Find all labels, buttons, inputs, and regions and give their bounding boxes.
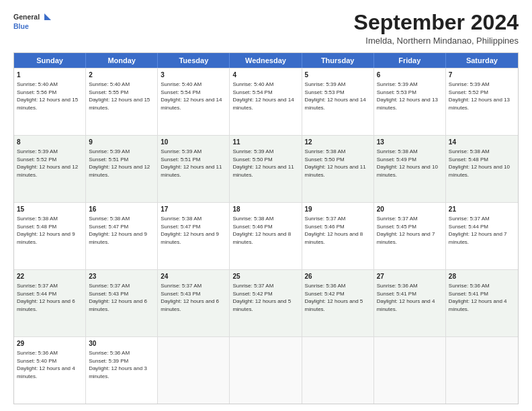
day-27: 27 Sunrise: 5:36 AM Sunset: 5:41 PM Dayl…	[374, 270, 446, 336]
day-16: 16 Sunrise: 5:38 AM Sunset: 5:47 PM Dayl…	[86, 203, 158, 269]
day-1-sunset: Sunset: 5:56 PM	[17, 89, 56, 95]
calendar-header: Sunday Monday Tuesday Wednesday Thursday…	[14, 53, 518, 68]
svg-text:General: General	[13, 13, 40, 21]
header-monday: Monday	[86, 53, 158, 68]
day-18: 18 Sunrise: 5:38 AM Sunset: 5:46 PM Dayl…	[230, 203, 302, 269]
day-29: 29 Sunrise: 5:36 AM Sunset: 5:40 PM Dayl…	[14, 337, 86, 404]
month-title: September 2024	[354, 11, 519, 34]
day-22: 22 Sunrise: 5:37 AM Sunset: 5:44 PM Dayl…	[14, 270, 86, 336]
header-friday: Friday	[374, 53, 446, 68]
day-25: 25 Sunrise: 5:37 AM Sunset: 5:42 PM Dayl…	[230, 270, 302, 336]
day-1-daylight: Daylight: 12 hours and 15 minutes.	[17, 97, 78, 111]
logo: General Blue	[13, 11, 54, 35]
header: General Blue September 2024 Imelda, Nort…	[13, 11, 519, 46]
header-tuesday: Tuesday	[158, 53, 230, 68]
week-row-3: 15 Sunrise: 5:38 AM Sunset: 5:48 PM Dayl…	[14, 202, 518, 269]
day-28: 28 Sunrise: 5:36 AM Sunset: 5:41 PM Dayl…	[446, 270, 518, 336]
empty-cell-2	[230, 337, 302, 404]
week-row-2: 8 Sunrise: 5:39 AM Sunset: 5:52 PM Dayli…	[14, 135, 518, 202]
day-1-info: Sunrise: 5:40 AM Sunset: 5:56 PM Dayligh…	[17, 81, 83, 111]
general-blue-logo-icon: General Blue	[13, 11, 54, 35]
week-row-1: 1 Sunrise: 5:40 AM Sunset: 5:56 PM Dayli…	[14, 68, 518, 135]
title-block: September 2024 Imelda, Northern Mindanao…	[354, 11, 519, 46]
day-num-1: 1	[17, 71, 83, 80]
location: Imelda, Northern Mindanao, Philippines	[354, 36, 519, 46]
day-5: 5 Sunrise: 5:39 AM Sunset: 5:53 PM Dayli…	[302, 68, 374, 135]
day-9: 9 Sunrise: 5:39 AM Sunset: 5:51 PM Dayli…	[86, 136, 158, 202]
day-24: 24 Sunrise: 5:37 AM Sunset: 5:43 PM Dayl…	[158, 270, 230, 336]
day-23: 23 Sunrise: 5:37 AM Sunset: 5:43 PM Dayl…	[86, 270, 158, 336]
day-1-sunrise: Sunrise: 5:40 AM	[17, 81, 58, 87]
day-4: 4 Sunrise: 5:40 AM Sunset: 5:54 PM Dayli…	[230, 68, 302, 135]
header-thursday: Thursday	[302, 53, 374, 68]
empty-cell-5	[446, 337, 518, 404]
day-11: 11 Sunrise: 5:39 AM Sunset: 5:50 PM Dayl…	[230, 136, 302, 202]
header-sunday: Sunday	[14, 53, 86, 68]
day-10: 10 Sunrise: 5:39 AM Sunset: 5:51 PM Dayl…	[158, 136, 230, 202]
day-14: 14 Sunrise: 5:38 AM Sunset: 5:48 PM Dayl…	[446, 136, 518, 202]
empty-cell-4	[374, 337, 446, 404]
day-19: 19 Sunrise: 5:37 AM Sunset: 5:46 PM Dayl…	[302, 203, 374, 269]
header-saturday: Saturday	[446, 53, 518, 68]
day-3: 3 Sunrise: 5:40 AM Sunset: 5:54 PM Dayli…	[158, 68, 230, 135]
day-1: 1 Sunrise: 5:40 AM Sunset: 5:56 PM Dayli…	[14, 68, 86, 135]
calendar: Sunday Monday Tuesday Wednesday Thursday…	[13, 52, 519, 404]
calendar-body: 1 Sunrise: 5:40 AM Sunset: 5:56 PM Dayli…	[14, 68, 518, 404]
header-wednesday: Wednesday	[230, 53, 302, 68]
day-20: 20 Sunrise: 5:37 AM Sunset: 5:45 PM Dayl…	[374, 203, 446, 269]
week-row-4: 22 Sunrise: 5:37 AM Sunset: 5:44 PM Dayl…	[14, 269, 518, 336]
day-2: 2 Sunrise: 5:40 AM Sunset: 5:55 PM Dayli…	[86, 68, 158, 135]
day-30: 30 Sunrise: 5:36 AM Sunset: 5:39 PM Dayl…	[86, 337, 158, 404]
empty-cell-1	[158, 337, 230, 404]
svg-marker-2	[44, 13, 51, 20]
day-15: 15 Sunrise: 5:38 AM Sunset: 5:48 PM Dayl…	[14, 203, 86, 269]
day-12: 12 Sunrise: 5:38 AM Sunset: 5:50 PM Dayl…	[302, 136, 374, 202]
svg-text:Blue: Blue	[13, 22, 29, 30]
day-6: 6 Sunrise: 5:39 AM Sunset: 5:53 PM Dayli…	[374, 68, 446, 135]
day-26: 26 Sunrise: 5:36 AM Sunset: 5:42 PM Dayl…	[302, 270, 374, 336]
day-13: 13 Sunrise: 5:38 AM Sunset: 5:49 PM Dayl…	[374, 136, 446, 202]
page: General Blue September 2024 Imelda, Nort…	[0, 0, 532, 411]
day-8: 8 Sunrise: 5:39 AM Sunset: 5:52 PM Dayli…	[14, 136, 86, 202]
day-17: 17 Sunrise: 5:38 AM Sunset: 5:47 PM Dayl…	[158, 203, 230, 269]
empty-cell-3	[302, 337, 374, 404]
day-7: 7 Sunrise: 5:39 AM Sunset: 5:52 PM Dayli…	[446, 68, 518, 135]
day-21: 21 Sunrise: 5:37 AM Sunset: 5:44 PM Dayl…	[446, 203, 518, 269]
week-row-5: 29 Sunrise: 5:36 AM Sunset: 5:40 PM Dayl…	[14, 336, 518, 404]
